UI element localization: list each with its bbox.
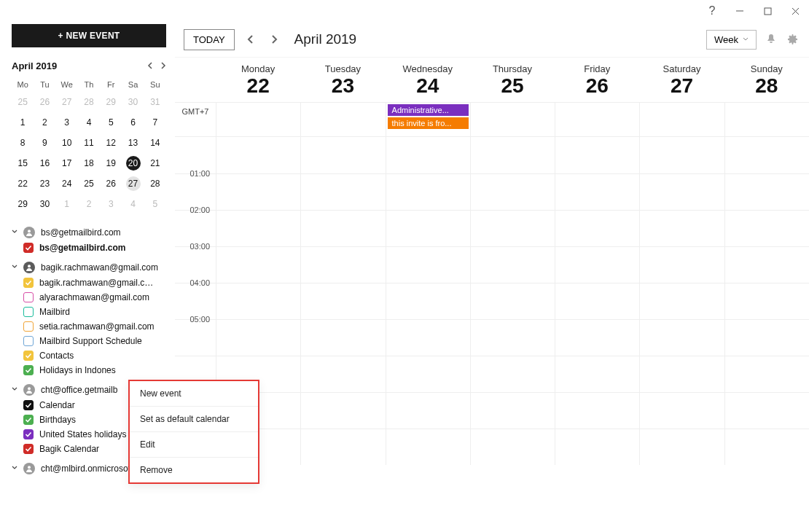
mini-day[interactable]: 15 xyxy=(12,153,34,173)
mini-day[interactable]: 7 xyxy=(144,112,166,133)
mini-day[interactable]: 29 xyxy=(12,194,34,214)
new-event-button[interactable]: + NEW EVENT xyxy=(12,24,166,47)
help-button[interactable]: ? xyxy=(703,1,722,20)
time-grid[interactable]: 01:0002:0003:0004:0005:0009:00 xyxy=(175,137,809,532)
day-column[interactable] xyxy=(300,137,385,465)
calendar-checkbox[interactable] xyxy=(23,243,34,253)
maximize-button[interactable] xyxy=(758,1,777,20)
mini-day[interactable]: 31 xyxy=(144,92,166,112)
calendar-checkbox[interactable] xyxy=(23,444,34,454)
mini-day[interactable]: 5 xyxy=(100,112,122,133)
calendar-item[interactable]: Contacts xyxy=(12,348,166,363)
mini-day[interactable]: 11 xyxy=(78,133,100,153)
mini-day[interactable]: 23 xyxy=(34,173,55,194)
account-row[interactable]: bagik.rachmawan@gmail.com xyxy=(12,259,166,275)
mini-day[interactable]: 2 xyxy=(34,112,55,133)
mini-day[interactable]: 19 xyxy=(100,153,122,173)
mini-day[interactable]: 5 xyxy=(144,194,166,214)
mini-day[interactable]: 28 xyxy=(78,92,100,112)
calendar-checkbox[interactable] xyxy=(23,351,34,361)
mini-day[interactable]: 28 xyxy=(144,173,166,194)
mini-day[interactable]: 10 xyxy=(56,133,78,153)
calendar-checkbox[interactable] xyxy=(23,429,34,439)
ctx-edit[interactable]: Edit xyxy=(130,432,258,458)
settings-icon[interactable] xyxy=(786,32,800,47)
calendar-checkbox[interactable] xyxy=(23,365,34,375)
day-column[interactable] xyxy=(470,137,555,465)
ctx-set-default[interactable]: Set as default calendar xyxy=(130,407,258,432)
mini-day[interactable]: 26 xyxy=(100,173,122,194)
calendar-checkbox[interactable] xyxy=(23,321,34,332)
mini-day[interactable]: 25 xyxy=(12,92,34,112)
notifications-icon[interactable] xyxy=(764,32,778,47)
mini-day[interactable]: 21 xyxy=(144,153,166,173)
mini-day[interactable]: 22 xyxy=(12,173,34,194)
mini-day[interactable]: 8 xyxy=(12,133,34,153)
day-header[interactable]: Saturday27 xyxy=(639,58,724,102)
ctx-new-event[interactable]: New event xyxy=(130,381,258,407)
calendar-item[interactable]: bagik.rachmawan@gmail.com xyxy=(12,275,166,290)
mini-day[interactable]: 16 xyxy=(34,153,55,173)
calendar-checkbox[interactable] xyxy=(23,278,34,288)
day-header[interactable]: Wednesday24 xyxy=(386,58,470,102)
calendar-checkbox[interactable] xyxy=(23,336,34,346)
calendar-item[interactable]: Mailbird Support Schedule xyxy=(12,334,166,348)
allday-cell[interactable] xyxy=(470,103,555,136)
day-column[interactable] xyxy=(724,137,809,465)
mini-day[interactable]: 6 xyxy=(122,112,144,133)
mini-day[interactable]: 1 xyxy=(56,194,78,214)
allday-cell[interactable] xyxy=(639,103,724,136)
mini-day[interactable]: 14 xyxy=(144,133,166,153)
calendar-checkbox[interactable] xyxy=(23,307,34,317)
mini-day[interactable]: 17 xyxy=(56,153,78,173)
calendar-item[interactable]: bs@getmailbird.com xyxy=(12,240,166,255)
day-header[interactable]: Sunday28 xyxy=(724,58,809,102)
calendar-item[interactable]: setia.rachmawan@gmail.com xyxy=(12,319,166,334)
mini-day[interactable]: 26 xyxy=(34,92,55,112)
calendar-item[interactable]: Mailbird xyxy=(12,305,166,319)
mini-day[interactable]: 20 xyxy=(122,153,144,173)
day-header[interactable]: Thursday25 xyxy=(470,58,555,102)
allday-cell[interactable] xyxy=(216,103,300,136)
minimize-button[interactable] xyxy=(730,1,749,20)
mini-day[interactable]: 27 xyxy=(122,173,144,194)
day-header[interactable]: Friday26 xyxy=(555,58,639,102)
mini-day[interactable]: 9 xyxy=(34,133,55,153)
allday-event[interactable]: Administrative... xyxy=(388,104,469,116)
day-header[interactable]: Tuesday23 xyxy=(300,58,385,102)
mini-day[interactable]: 13 xyxy=(122,133,144,153)
today-button[interactable]: TODAY xyxy=(184,29,235,50)
calendar-checkbox[interactable] xyxy=(23,415,34,425)
next-week-button[interactable] xyxy=(267,32,281,47)
account-row[interactable]: bs@getmailbird.com xyxy=(12,224,166,240)
day-column[interactable] xyxy=(639,137,724,465)
prev-week-button[interactable] xyxy=(243,32,258,47)
mini-day[interactable]: 3 xyxy=(100,194,122,214)
mini-calendar[interactable]: MoTuWeThFrSaSu 2526272829303112345678910… xyxy=(12,77,166,214)
mini-day[interactable]: 2 xyxy=(78,194,100,214)
view-selector[interactable]: Week xyxy=(706,30,757,50)
mini-day[interactable]: 18 xyxy=(78,153,100,173)
close-button[interactable] xyxy=(786,1,805,20)
mini-day[interactable]: 3 xyxy=(56,112,78,133)
mini-next-month[interactable] xyxy=(159,60,166,71)
mini-day[interactable]: 12 xyxy=(100,133,122,153)
mini-prev-month[interactable] xyxy=(147,60,155,71)
day-column[interactable] xyxy=(555,137,639,465)
ctx-remove[interactable]: Remove xyxy=(130,458,258,482)
mini-day[interactable]: 29 xyxy=(100,92,122,112)
calendar-checkbox[interactable] xyxy=(23,292,34,302)
mini-day[interactable]: 25 xyxy=(78,173,100,194)
calendar-item[interactable]: Holidays in Indones xyxy=(12,363,166,378)
mini-day[interactable]: 30 xyxy=(122,92,144,112)
day-column[interactable] xyxy=(386,137,470,465)
day-header[interactable]: Monday22 xyxy=(216,58,300,102)
mini-day[interactable]: 30 xyxy=(34,194,55,214)
allday-cell[interactable] xyxy=(300,103,385,136)
calendar-item[interactable]: alyarachmawan@gmail.com xyxy=(12,290,166,305)
mini-day[interactable]: 4 xyxy=(78,112,100,133)
allday-cell[interactable] xyxy=(724,103,809,136)
allday-event[interactable]: this invite is fro... xyxy=(388,117,469,129)
mini-day[interactable]: 1 xyxy=(12,112,34,133)
mini-day[interactable]: 24 xyxy=(56,173,78,194)
